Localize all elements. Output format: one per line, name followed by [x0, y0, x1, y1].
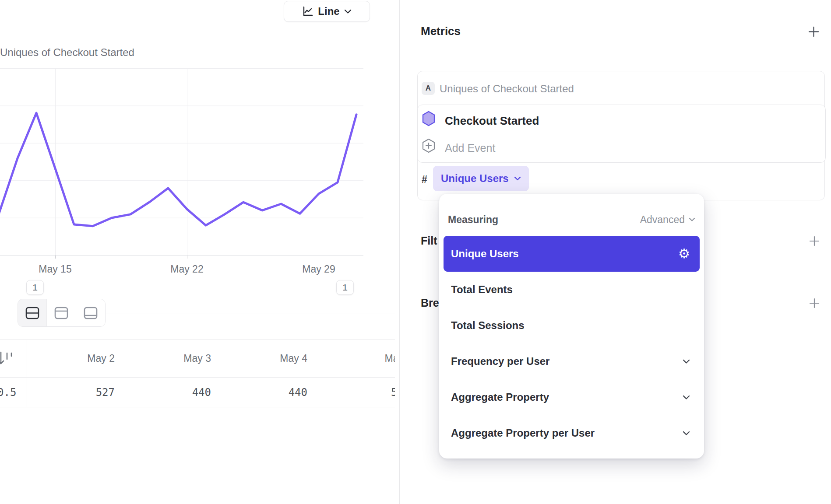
measuring-label: Measuring	[448, 214, 498, 226]
chevron-down-icon	[683, 359, 690, 364]
table-header-row: May 2May 3May 4May	[0, 340, 395, 378]
chart-type-button[interactable]: Line	[284, 1, 370, 22]
table-column-header[interactable]: May	[316, 340, 395, 377]
results-table: May 2May 3May 4May 0.5 52744044051	[0, 339, 395, 407]
measuring-option-label: Total Events	[451, 284, 513, 296]
plus-icon	[808, 26, 820, 38]
table-column-header[interactable]: May 3	[123, 340, 220, 377]
panel-divider	[399, 0, 400, 504]
chevron-down-icon	[683, 395, 690, 400]
measuring-option-label: Aggregate Property	[451, 391, 549, 403]
event-name[interactable]: Checkout Started	[445, 114, 539, 128]
add-event-icon[interactable]	[421, 138, 436, 154]
measuring-option-label: Total Sessions	[451, 319, 525, 332]
measuring-option-aggregate-property[interactable]: Aggregate Property	[444, 379, 700, 415]
plus-icon	[809, 235, 820, 247]
measuring-option-label: Frequency per User	[451, 355, 549, 368]
measure-selector[interactable]: Unique Users	[433, 166, 529, 191]
chevron-down-icon	[344, 9, 352, 14]
table-cell-value: 440	[123, 378, 220, 407]
breakdowns-section-title: Bre	[421, 297, 439, 309]
metric-letter-badge: A	[422, 82, 435, 95]
metric-card-title: Uniques of Checkout Started	[440, 83, 574, 95]
metric-line-series	[0, 113, 356, 226]
x-axis-tick-label: May 15	[25, 263, 86, 275]
filters-section-title: Filt	[421, 234, 437, 247]
measuring-option-label: Aggregate Property per User	[451, 427, 595, 439]
table-value-row: 0.5 52744044051	[0, 378, 395, 407]
chart-type-label: Line	[318, 5, 339, 18]
layout-top-button[interactable]	[47, 299, 76, 326]
measure-prefix: #	[422, 174, 427, 186]
row-label: 0.5	[0, 386, 16, 399]
measuring-menu: Unique Users⚙Total EventsTotal SessionsF…	[439, 234, 704, 451]
measuring-option-frequency-per-user[interactable]: Frequency per User	[444, 343, 700, 379]
plus-icon	[809, 298, 820, 309]
line-chart-icon	[302, 6, 313, 17]
add-metric-button[interactable]	[807, 25, 820, 38]
layout-toggle-group	[18, 299, 106, 327]
gear-icon[interactable]: ⚙	[678, 247, 690, 260]
event-card: Checkout Started Add Event	[417, 105, 826, 163]
table-row-label-cell: 0.5	[0, 378, 27, 407]
add-breakdown-button[interactable]	[808, 297, 820, 309]
table-column-header[interactable]: May 2	[27, 340, 123, 377]
chevron-down-icon	[689, 217, 695, 222]
measuring-option-aggregate-property-per-user[interactable]: Aggregate Property per User	[444, 415, 700, 451]
table-cell-value: 527	[27, 378, 123, 407]
measuring-option-total-sessions[interactable]: Total Sessions	[444, 308, 700, 343]
line-bottom-icon	[84, 307, 98, 319]
layout-split-button[interactable]	[18, 299, 47, 326]
measure-selector-label: Unique Users	[441, 172, 509, 185]
measuring-popup: Measuring Advanced Unique Users⚙Total Ev…	[439, 194, 704, 458]
advanced-mode-selector[interactable]: Advanced	[640, 214, 695, 226]
measuring-option-total-events[interactable]: Total Events	[444, 272, 700, 308]
add-event-label[interactable]: Add Event	[445, 142, 495, 154]
x-axis-tick-label: May 22	[156, 263, 218, 275]
layout-bottom-button[interactable]	[76, 299, 105, 326]
split-horizontal-icon	[25, 307, 39, 319]
sort-descending-icon	[0, 349, 16, 368]
metrics-section-title: Metrics	[421, 24, 461, 38]
table-column-header[interactable]: May 4	[220, 340, 316, 377]
annotation-badge[interactable]: 1	[26, 280, 44, 295]
metric-card: A Uniques of Checkout Started Checkout S…	[417, 71, 825, 200]
hexagon-icon	[422, 111, 436, 126]
add-filter-button[interactable]	[808, 235, 820, 247]
divider	[106, 314, 395, 314]
table-sort-cell[interactable]	[0, 340, 27, 377]
x-axis-tick-label: May 29	[288, 263, 349, 275]
chevron-down-icon	[683, 431, 690, 436]
measuring-popup-header: Measuring Advanced	[439, 194, 704, 234]
chevron-down-icon	[514, 176, 521, 181]
line-top-icon	[54, 307, 68, 319]
table-cell-value: 440	[220, 378, 316, 407]
chart-title: Uniques of Checkout Started	[0, 46, 134, 59]
measuring-option-label: Unique Users	[451, 248, 519, 260]
line-chart[interactable]	[0, 68, 363, 262]
annotation-badge[interactable]: 1	[336, 280, 354, 295]
table-cell-value: 51	[316, 378, 395, 407]
measuring-option-unique-users[interactable]: Unique Users⚙	[444, 236, 700, 272]
advanced-label: Advanced	[640, 214, 685, 226]
